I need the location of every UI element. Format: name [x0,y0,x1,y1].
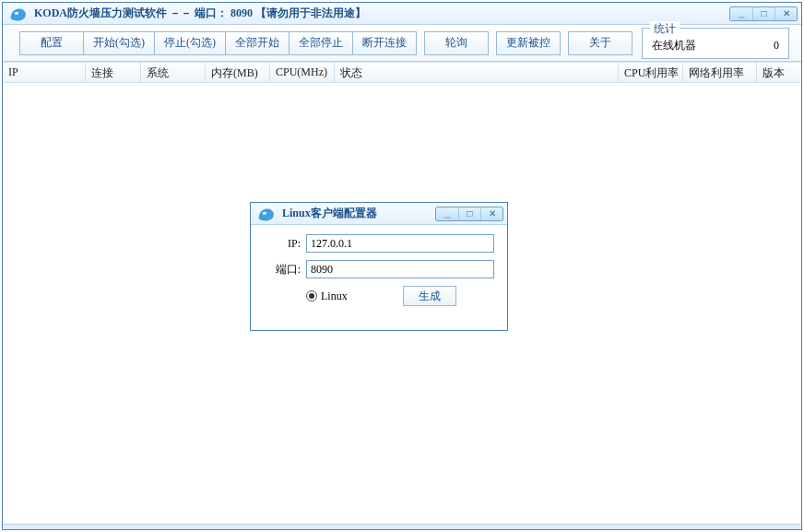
minimize-icon[interactable]: ＿ [730,7,752,20]
port-input[interactable] [306,260,494,278]
dialog-maximize-icon[interactable]: □ [458,207,480,220]
update-controlled-button[interactable]: 更新被控 [496,31,561,55]
generate-button[interactable]: 生成 [403,286,456,306]
linux-radio[interactable]: Linux [306,290,348,303]
dialog-window-controls: ＿ □ ✕ [435,207,503,221]
port-label: 端口: [264,262,301,278]
col-cpu[interactable]: CPU(MHz) [270,63,335,82]
dialog-close-icon[interactable]: ✕ [480,207,502,220]
start-all-button[interactable]: 全部开始 [226,31,290,55]
col-mem[interactable]: 内存(MB) [206,63,270,82]
dialog-logo-icon [256,204,277,224]
col-system[interactable]: 系统 [141,63,206,82]
stop-checked-button[interactable]: 停止(勾选) [155,31,226,55]
col-status[interactable]: 状态 [335,63,619,82]
table-header: IP 连接 系统 内存(MB) CPU(MHz) 状态 CPU利用率 网络利用率… [3,63,801,83]
main-footer [3,524,801,529]
stats-box: 统计 在线机器 0 [642,28,789,59]
poll-button[interactable]: 轮询 [424,31,489,55]
linux-radio-label: Linux [321,290,348,303]
dialog-titlebar[interactable]: Linux客户端配置器 ＿ □ ✕ [251,203,507,225]
stop-all-button[interactable]: 全部停止 [290,31,353,55]
col-version[interactable]: 版本 [757,63,801,82]
main-title: KODA防火墙压力测试软件 －－ 端口： 8090 【请勿用于非法用途】 [34,6,724,21]
col-ip[interactable]: IP [3,63,86,82]
stats-value: 0 [774,39,779,53]
dialog-title: Linux客户端配置器 [282,206,430,221]
radio-dot-icon [306,290,317,301]
col-conn[interactable]: 连接 [86,63,141,82]
about-button[interactable]: 关于 [568,31,633,55]
svg-point-0 [15,11,18,14]
dialog-minimize-icon[interactable]: ＿ [436,207,458,220]
stats-label: 在线机器 [652,38,696,53]
col-cpu-util[interactable]: CPU利用率 [619,63,683,82]
dialog-body: IP: 端口: Linux 生成 [251,225,507,315]
stats-legend: 统计 [650,21,680,37]
main-titlebar[interactable]: KODA防火墙压力测试软件 －－ 端口： 8090 【请勿用于非法用途】 ＿ □… [3,3,801,25]
main-window-controls: ＿ □ ✕ [729,6,798,21]
app-logo-icon [8,4,29,24]
close-icon[interactable]: ✕ [774,7,797,20]
toolbar: 配置 开始(勾选) 停止(勾选) 全部开始 全部停止 断开连接 轮询 更新被控 … [3,25,801,62]
disconnect-button[interactable]: 断开连接 [353,31,417,55]
config-button[interactable]: 配置 [19,31,84,55]
svg-point-1 [263,211,266,214]
maximize-icon[interactable]: □ [752,7,774,20]
dialog-window: Linux客户端配置器 ＿ □ ✕ IP: 端口: Linux 生成 [250,202,508,331]
ip-label: IP: [264,237,301,251]
start-checked-button[interactable]: 开始(勾选) [84,31,155,55]
col-net-util[interactable]: 网络利用率 [683,63,757,82]
ip-input[interactable] [306,234,494,253]
